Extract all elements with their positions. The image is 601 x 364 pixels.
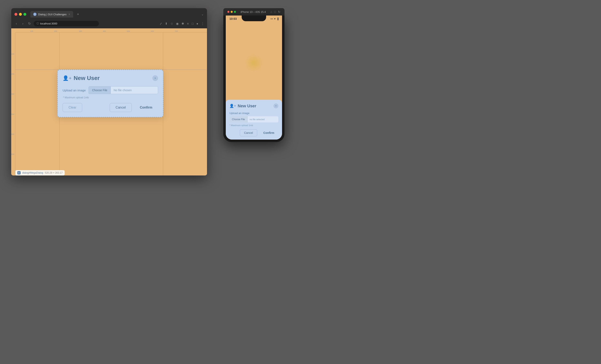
ruler-tick-200: 200	[54, 30, 57, 32]
file-input-group: Choose File No file chosen	[89, 86, 158, 94]
phone-topbar: iPhone 13 – iOS 15.4 ⌂ □ ↻	[223, 8, 284, 16]
dialog-footer: Clear Cancel Confirm	[63, 103, 158, 112]
tab-favicon: D	[33, 13, 37, 16]
ruler-tick-700: 700	[175, 30, 178, 32]
phone-topbar-lights	[227, 11, 236, 13]
traffic-light-red[interactable]	[14, 13, 17, 16]
traffic-light-green[interactable]	[23, 13, 26, 16]
phone-battery-icon: ▐	[277, 18, 278, 20]
browser-chrome: D Dialog | GUI Challenges × + ⌄ ‹ › ↻ ⓘ …	[11, 8, 207, 28]
status-element-icon: ⊞	[17, 171, 20, 174]
browser-toolbar-icons: ⤤ ⬆ ☆ ◉ ✱ ≡ □ ● ⋮	[160, 22, 204, 26]
status-element-id: dialog#MegaDialog	[22, 172, 43, 174]
address-text: localhost:3000	[40, 22, 57, 25]
phone-section: iPhone 13 – iOS 15.4 ⌂ □ ↻ 10:03 ▪▪▪ ▼ ▐	[223, 8, 284, 142]
mobile-cancel-button[interactable]: Cancel	[240, 129, 257, 136]
phone-signal-icon: ▪▪▪	[271, 18, 273, 20]
reading-list-icon[interactable]: ≡	[187, 22, 189, 26]
browser-window: D Dialog | GUI Challenges × + ⌄ ‹ › ↻ ⓘ …	[11, 8, 207, 175]
ruler-tick-left-300: 300	[11, 93, 14, 95]
browser-statusbar: ⊞ dialog#MegaDialog 520.29 × 263.17	[15, 170, 65, 175]
tab-view-icon[interactable]: □	[192, 22, 193, 26]
phone-rotate-icon[interactable]: ↻	[278, 10, 280, 13]
user-add-icon: 👤+	[63, 75, 71, 81]
tab-close-btn[interactable]: ×	[68, 13, 70, 16]
upload-label: Upload an image	[63, 89, 86, 92]
ruler-tick-left-500: 500	[11, 133, 14, 135]
ruler-tick-left-400: 400	[11, 113, 14, 115]
ruler-tick-left-600: 600	[11, 153, 14, 155]
mobile-close-button[interactable]: ×	[273, 103, 278, 108]
mobile-title-group: 👤+ New User	[230, 104, 256, 108]
status-dimensions: 520.29 × 263.17	[45, 172, 63, 174]
extensions-icon[interactable]: ✱	[181, 22, 184, 26]
dialog-body: Upload an image Choose File No file chos…	[63, 86, 158, 99]
phone-wifi-icon: ▼	[274, 18, 276, 20]
mobile-choose-file-button[interactable]: Choose File	[230, 116, 248, 122]
traffic-lights	[14, 13, 26, 16]
more-menu-icon[interactable]: ⋮	[201, 22, 204, 26]
mobile-confirm-button[interactable]: Confirm	[259, 129, 278, 136]
ruler-tick-300: 300	[79, 30, 82, 32]
ruler-tick-left-100: 100	[11, 53, 14, 55]
file-upload-row: Upload an image Choose File No file chos…	[63, 86, 158, 94]
browser-content: 100 200 300 400 500 600 700 100 200 300 …	[11, 28, 207, 175]
phone-screenshot-icon[interactable]: □	[274, 10, 276, 13]
browser-addressbar: ‹ › ↻ ⓘ localhost:3000 ⤤ ⬆ ☆ ◉ ✱ ≡ □ ● ⋮	[11, 20, 207, 28]
mobile-file-row: Choose File no file selected	[230, 116, 278, 122]
phone-frame: 10:03 ▪▪▪ ▼ ▐ 👤+ New User ×	[223, 16, 284, 142]
no-file-text: No file chosen	[111, 87, 158, 94]
reload-button[interactable]: ↻	[27, 22, 32, 26]
forward-button[interactable]: ›	[20, 22, 25, 26]
ruler-tick-400: 400	[103, 30, 106, 32]
choose-file-button[interactable]: Choose File	[89, 87, 111, 94]
phone-tl-green	[234, 11, 236, 13]
mobile-dialog: 👤+ New User × Upload an image Choose Fil…	[226, 100, 282, 140]
profile-icon[interactable]: ●	[196, 22, 198, 26]
phone-topbar-icons: ⌂ □ ↻	[270, 10, 280, 13]
clear-button[interactable]: Clear	[63, 103, 82, 112]
ruler-tick-100: 100	[30, 30, 33, 32]
phone-home-icon[interactable]: ⌂	[270, 10, 272, 13]
mobile-dialog-footer: Cancel Confirm	[230, 129, 278, 136]
dialog-title-group: 👤+ New User	[63, 75, 100, 81]
dialog-close-button[interactable]: ×	[152, 75, 158, 81]
share-icon[interactable]: ⬆	[165, 22, 168, 26]
open-external-icon[interactable]: ⤤	[160, 22, 162, 26]
phone-inner: 10:03 ▪▪▪ ▼ ▐ 👤+ New User ×	[226, 16, 282, 140]
phone-tl-red	[227, 11, 230, 13]
phone-time: 10:03	[230, 17, 237, 20]
phone-notch	[242, 16, 266, 21]
ruler-left: 100 200 300 400 500 600	[11, 32, 15, 175]
mobile-no-file-text: no file selected	[248, 117, 278, 122]
mobile-upload-hint: * Maximum upload 1mb	[230, 124, 278, 127]
phone-status-icons: ▪▪▪ ▼ ▐	[271, 18, 278, 20]
confirm-button[interactable]: Confirm	[134, 103, 158, 112]
mobile-user-add-icon: 👤+	[230, 104, 236, 108]
shield-icon[interactable]: ◉	[176, 22, 179, 26]
mobile-upload-label: Upload an image	[230, 111, 278, 115]
window-controls: ⌄	[201, 13, 204, 16]
phone-blur-decoration	[244, 55, 264, 71]
desktop-dialog: 👤+ New User × Upload an image Choose Fil…	[57, 70, 163, 117]
browser-titlebar: D Dialog | GUI Challenges × + ⌄	[11, 8, 207, 20]
traffic-light-yellow[interactable]	[19, 13, 22, 16]
phone-main-content	[226, 21, 282, 104]
ruler-top: 100 200 300 400 500 600 700	[15, 28, 207, 32]
phone-device-title: iPhone 13 – iOS 15.4	[238, 10, 268, 13]
bookmark-icon[interactable]: ☆	[170, 22, 173, 26]
mobile-dialog-title: New User	[238, 104, 256, 108]
dialog-title: New User	[74, 75, 100, 81]
mobile-dialog-header: 👤+ New User ×	[230, 103, 278, 108]
ruler-tick-600: 600	[151, 30, 154, 32]
address-bar[interactable]: ⓘ localhost:3000	[34, 21, 99, 26]
browser-tab[interactable]: D Dialog | GUI Challenges ×	[30, 11, 73, 18]
back-button[interactable]: ‹	[14, 22, 19, 26]
lock-icon: ⓘ	[37, 22, 39, 25]
dialog-header: 👤+ New User ×	[63, 75, 158, 81]
canvas-area: 👤+ New User × Upload an image Choose Fil…	[15, 32, 207, 175]
tab-title: Dialog | GUI Challenges	[38, 13, 67, 16]
cancel-button[interactable]: Cancel	[110, 103, 132, 112]
phone-tl-yellow	[231, 11, 233, 13]
new-tab-button[interactable]: +	[77, 12, 79, 17]
